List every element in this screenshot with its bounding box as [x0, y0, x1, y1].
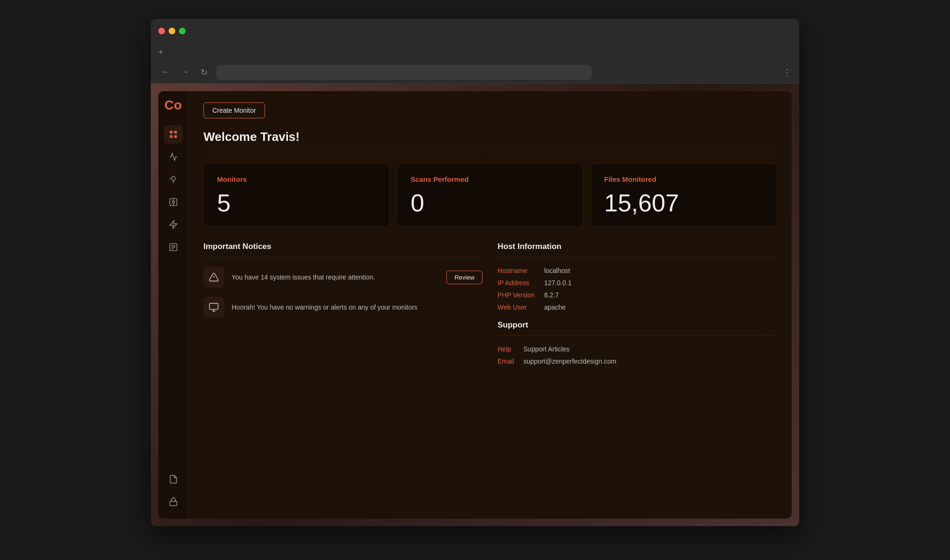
- app-logo: Co: [164, 99, 182, 112]
- notices-title: Important Notices: [203, 242, 483, 251]
- browser-window: + ← → ↻ ⋮ Co: [151, 19, 799, 526]
- help-label[interactable]: Help: [498, 345, 514, 353]
- files-card: Files Monitored 15,607: [591, 163, 777, 227]
- maximize-button[interactable]: [179, 28, 186, 34]
- email-value: support@zenperfectdesign.com: [523, 358, 777, 365]
- svg-rect-3: [174, 135, 177, 138]
- create-monitor-button[interactable]: Create Monitor: [203, 102, 265, 118]
- files-value: 15,607: [604, 191, 763, 215]
- notice-icon-1: [203, 297, 224, 318]
- monitor-icon: [169, 175, 178, 184]
- host-info-table: Hostname localhost IP Address 127.0.0.1 …: [498, 267, 777, 311]
- browser-titlebar: [151, 19, 799, 43]
- welcome-title: Welcome Travis!: [203, 130, 777, 144]
- ip-value: 127.0.0.1: [544, 279, 777, 287]
- back-button[interactable]: ←: [158, 65, 172, 79]
- warning-icon: [209, 272, 219, 282]
- sidebar-item-monitor[interactable]: [164, 170, 183, 189]
- review-button[interactable]: Review: [446, 271, 483, 284]
- php-label: PHP Version: [498, 291, 535, 299]
- support-title: Support: [498, 320, 777, 330]
- support-section: Support Help Support Articles Email supp…: [498, 320, 777, 365]
- monitors-label: Monitors: [217, 175, 376, 183]
- close-button[interactable]: [158, 28, 165, 34]
- files-label: Files Monitored: [604, 175, 763, 183]
- traffic-lights: [158, 28, 186, 34]
- scans-card: Scans Performed 0: [397, 163, 583, 227]
- host-info-divider: [498, 257, 777, 257]
- webuser-label: Web User: [498, 303, 535, 311]
- notices-section: Important Notices You have 14 system iss…: [203, 242, 483, 365]
- sidebar-item-logs[interactable]: [164, 238, 183, 257]
- lock-icon: [169, 497, 178, 506]
- svg-rect-20: [210, 303, 218, 310]
- plugin-icon: [169, 220, 178, 229]
- address-bar[interactable]: [216, 65, 592, 80]
- svg-marker-12: [170, 221, 177, 229]
- monitors-card: Monitors 5: [203, 163, 389, 227]
- php-value: 8.2.7: [544, 291, 777, 299]
- log-icon: [169, 242, 178, 252]
- browser-nav: ← → ↻ ⋮: [151, 61, 799, 84]
- notices-divider: [203, 257, 483, 257]
- notice-text-0: You have 14 system issues that require a…: [232, 273, 439, 281]
- dashboard-icon: [169, 130, 178, 139]
- notice-item-1: Hoorah! You have no warnings or alerts o…: [203, 297, 483, 318]
- email-label[interactable]: Email: [498, 358, 514, 365]
- scan-icon: [169, 197, 178, 207]
- report-icon: [169, 474, 178, 484]
- host-info-title: Host Information: [498, 242, 777, 251]
- svg-point-4: [171, 177, 175, 180]
- support-divider: [498, 335, 777, 336]
- minimize-button[interactable]: [169, 28, 175, 34]
- hostname-value: localhost: [544, 267, 777, 274]
- ip-label: IP Address: [498, 279, 535, 287]
- sidebar-item-reports[interactable]: [164, 470, 183, 489]
- lower-grid: Important Notices You have 14 system iss…: [203, 242, 777, 365]
- sidebar-item-dashboard[interactable]: [164, 125, 183, 144]
- sidebar-item-plugins[interactable]: [164, 215, 183, 234]
- host-section: Host Information Hostname localhost IP A…: [498, 242, 777, 365]
- notice-text-1: Hoorah! You have no warnings or alerts o…: [232, 303, 483, 311]
- monitors-value: 5: [217, 191, 376, 215]
- sidebar-item-security[interactable]: [164, 492, 183, 511]
- scans-label: Scans Performed: [411, 175, 569, 183]
- page-header: Create Monitor: [203, 102, 777, 118]
- screen-icon: [209, 302, 219, 312]
- sidebar: Co: [158, 91, 188, 519]
- support-table: Help Support Articles Email support@zenp…: [498, 345, 777, 365]
- forward-button[interactable]: →: [178, 65, 192, 79]
- scans-value: 0: [411, 191, 569, 215]
- svg-point-9: [172, 201, 174, 203]
- svg-rect-2: [170, 135, 172, 138]
- notice-icon-0: [203, 267, 224, 288]
- more-button[interactable]: ⋮: [782, 67, 792, 78]
- webuser-value: apache: [544, 303, 777, 311]
- tab-bar: +: [151, 43, 799, 61]
- hostname-label: Hostname: [498, 267, 535, 274]
- sidebar-item-activity[interactable]: [164, 148, 183, 166]
- sidebar-bottom: [164, 470, 183, 511]
- svg-rect-17: [170, 501, 177, 506]
- activity-icon: [169, 152, 178, 162]
- app-wrapper: Co: [151, 84, 799, 526]
- svg-rect-1: [174, 131, 177, 134]
- sidebar-item-scan[interactable]: [164, 193, 183, 211]
- svg-rect-0: [170, 131, 172, 134]
- main-content: Create Monitor Welcome Travis! Monitors …: [188, 91, 792, 519]
- add-tab-button[interactable]: +: [158, 47, 164, 57]
- app-container: Co: [158, 91, 792, 519]
- header-divider: [203, 152, 777, 152]
- reload-button[interactable]: ↻: [198, 65, 210, 79]
- help-value: Support Articles: [523, 345, 777, 353]
- notice-item-0: You have 14 system issues that require a…: [203, 267, 483, 288]
- stats-grid: Monitors 5 Scans Performed 0 Files Monit…: [203, 163, 777, 227]
